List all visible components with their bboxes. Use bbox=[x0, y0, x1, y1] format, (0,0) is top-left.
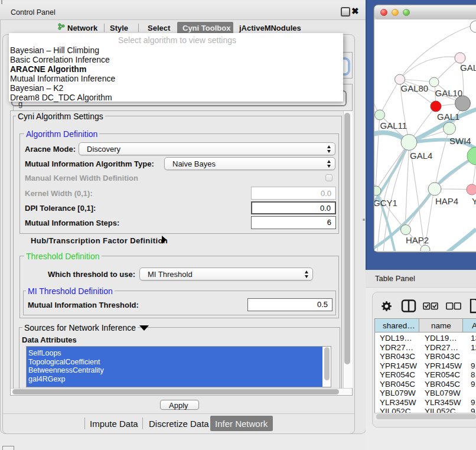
svg-text:GAL4: GAL4 bbox=[410, 151, 432, 161]
svg-text:HAP2: HAP2 bbox=[406, 235, 429, 245]
svg-text:GAL10: GAL10 bbox=[435, 88, 463, 98]
svg-text:GAL1: GAL1 bbox=[437, 112, 459, 122]
svg-text:HAP4: HAP4 bbox=[435, 196, 458, 206]
svg-text:GAL11: GAL11 bbox=[380, 120, 407, 131]
svg-text:GCY1: GCY1 bbox=[373, 198, 397, 208]
svg-text:SWI4: SWI4 bbox=[449, 136, 471, 146]
svg-text:Y: Y bbox=[472, 196, 476, 206]
svg-text:GAL80: GAL80 bbox=[401, 83, 429, 93]
svg-text:GAL: GAL bbox=[460, 63, 476, 73]
